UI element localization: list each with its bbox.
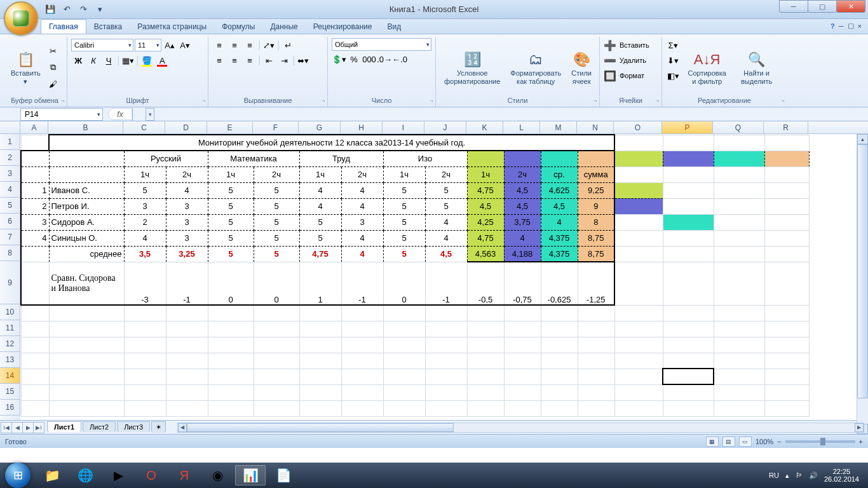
quarter-header[interactable]: 2ч <box>254 166 299 182</box>
grade-cell[interactable]: 5 <box>254 230 299 246</box>
compare-cell[interactable]: 0 <box>254 262 299 305</box>
summary-cell[interactable]: 4,5 <box>467 198 504 214</box>
row-header[interactable]: 7 <box>0 229 20 245</box>
row-header[interactable]: 11 <box>0 320 20 336</box>
border-button[interactable]: ▦▾ <box>121 53 135 67</box>
scroll-up-arrow[interactable]: ▲ <box>857 134 868 144</box>
sheet-tab[interactable]: Лист3 <box>117 421 150 432</box>
grade-cell[interactable]: 3 <box>166 214 208 230</box>
quarter-header[interactable]: 2ч <box>425 166 467 182</box>
currency-button[interactable]: 💲▾ <box>332 52 346 66</box>
student-name[interactable]: Сидоров А. <box>49 214 124 230</box>
summary-cell[interactable]: 4,5 <box>504 182 541 198</box>
word-icon[interactable]: 📄 <box>268 465 299 485</box>
conditional-formatting-button[interactable]: 🔢Условное форматирование <box>440 38 505 97</box>
grade-cell[interactable]: 5 <box>383 230 425 246</box>
grade-cell[interactable]: 5 <box>425 198 467 214</box>
decrease-decimal-button[interactable]: ←.0 <box>393 52 407 66</box>
summary-cell[interactable]: 4,75 <box>467 182 504 198</box>
format-cells-button[interactable]: Формат <box>619 69 645 83</box>
student-num[interactable]: 1 <box>21 182 49 198</box>
help-icon[interactable]: ? <box>831 22 835 30</box>
minimize-button[interactable]: ─ <box>779 0 808 13</box>
row-header[interactable]: 4 <box>0 182 20 198</box>
summary-header[interactable]: 2ч <box>504 166 541 182</box>
office-button[interactable] <box>4 1 38 36</box>
grade-cell[interactable]: 5 <box>254 214 299 230</box>
subject-header[interactable]: Изо <box>383 151 467 166</box>
summary-cell[interactable]: 4,75 <box>467 230 504 246</box>
average-summary[interactable]: 4,563 <box>467 246 504 262</box>
summary-cell[interactable]: 9 <box>578 198 614 214</box>
student-num[interactable]: 4 <box>21 230 49 246</box>
grade-cell[interactable]: 5 <box>254 198 299 214</box>
compare-cell[interactable]: -1 <box>166 262 208 305</box>
quarter-header[interactable]: 1ч <box>299 166 341 182</box>
row-header[interactable]: 16 <box>0 400 20 416</box>
compare-label[interactable]: Сравн. Сидорова и Иванова <box>49 262 124 305</box>
grade-cell[interactable]: 5 <box>208 182 254 198</box>
summary-cell[interactable]: 9,25 <box>578 182 614 198</box>
normal-view-button[interactable]: ▦ <box>706 437 719 447</box>
summary-header[interactable]: 1ч <box>467 166 504 182</box>
summary-cell[interactable]: 8,75 <box>578 230 614 246</box>
tray-expand-icon[interactable]: ▴ <box>785 471 789 480</box>
col-header[interactable]: B <box>48 121 123 133</box>
row-header[interactable]: 5 <box>0 198 20 214</box>
student-name[interactable]: Петров И. <box>49 198 124 214</box>
clear-button[interactable]: ◧▾ <box>666 69 680 83</box>
grade-cell[interactable]: 3 <box>166 198 208 214</box>
average-cell[interactable]: 5 <box>254 246 299 262</box>
orientation-button[interactable]: ⤢▾ <box>262 38 276 52</box>
compare-cell[interactable]: 0 <box>383 262 425 305</box>
grade-cell[interactable]: 5 <box>208 230 254 246</box>
col-header[interactable]: M <box>540 121 577 133</box>
tab-insert[interactable]: Вставка <box>86 20 130 34</box>
cut-button[interactable]: ✂ <box>46 44 60 58</box>
cells-grid[interactable]: Мониторинг учебной деятельности 12 класс… <box>20 134 868 420</box>
copy-button[interactable]: ⧉ <box>46 60 60 74</box>
excel-icon[interactable]: 📊 <box>235 465 266 485</box>
page-break-view-button[interactable]: ▭ <box>739 437 752 447</box>
col-header[interactable]: G <box>299 121 341 133</box>
scroll-left-arrow[interactable]: ◀ <box>178 423 187 432</box>
tab-data[interactable]: Данные <box>262 20 305 34</box>
qat-redo[interactable]: ↷ <box>76 3 90 17</box>
student-name[interactable]: Иванов С. <box>49 182 124 198</box>
grade-cell[interactable]: 4 <box>341 198 383 214</box>
col-header[interactable]: Q <box>713 121 764 133</box>
align-left-button[interactable]: ≡ <box>212 53 226 67</box>
summary-cell[interactable]: 4 <box>504 230 541 246</box>
grade-cell[interactable]: 5 <box>124 182 166 198</box>
compare-cell[interactable]: -1 <box>341 262 383 305</box>
maximize-button[interactable]: ▢ <box>808 0 837 13</box>
qat-save[interactable]: 💾 <box>43 3 57 17</box>
row-header[interactable]: 2 <box>0 150 20 166</box>
grade-cell[interactable]: 4 <box>299 182 341 198</box>
title-cell[interactable]: Мониторинг учебной деятельности 12 класс… <box>49 135 614 151</box>
italic-button[interactable]: К <box>86 53 100 67</box>
grade-cell[interactable]: 5 <box>299 230 341 246</box>
average-cell[interactable]: 3,5 <box>124 246 166 262</box>
grade-cell[interactable]: 5 <box>383 214 425 230</box>
tab-review[interactable]: Рецензирование <box>306 20 380 34</box>
grade-cell[interactable]: 4 <box>425 230 467 246</box>
shrink-font-button[interactable]: A▾ <box>178 38 192 52</box>
thousand-sep-button[interactable]: 000 <box>362 52 376 66</box>
summary-cell[interactable]: 4,5 <box>504 198 541 214</box>
next-sheet-button[interactable]: ▶ <box>22 422 34 433</box>
col-header[interactable]: D <box>165 121 207 133</box>
quarter-header[interactable]: 2ч <box>341 166 383 182</box>
grade-cell[interactable]: 5 <box>425 182 467 198</box>
fill-color-button[interactable]: 🪣 <box>140 53 154 67</box>
grade-cell[interactable]: 2 <box>124 214 166 230</box>
hscroll-thumb[interactable] <box>187 423 454 432</box>
col-header[interactable]: I <box>383 121 424 133</box>
quarter-header[interactable]: 2ч <box>166 166 208 182</box>
col-header[interactable]: A <box>20 121 48 133</box>
summary-header[interactable]: сумма <box>578 166 614 182</box>
row-header[interactable]: 12 <box>0 336 20 352</box>
volume-icon[interactable]: 🔊 <box>809 471 818 480</box>
format-painter-button[interactable]: 🖌 <box>46 77 60 91</box>
grade-cell[interactable]: 4 <box>341 182 383 198</box>
